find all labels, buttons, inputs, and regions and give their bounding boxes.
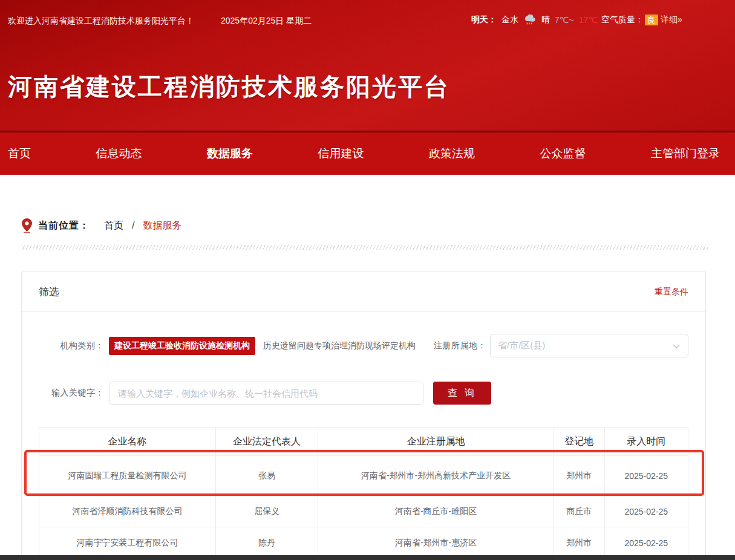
location-pin-icon [22, 218, 32, 233]
column-header: 企业注册属地 [318, 428, 554, 456]
nav-item[interactable]: 首页 [8, 146, 31, 161]
bottom-edge-bar [0, 555, 735, 560]
table-row: 河南省泽顺消防科技有限公司 屈保义 河南省-商丘市-睢阳区 商丘市 2025-0… [39, 496, 688, 527]
nav-item[interactable]: 数据服务 [207, 146, 253, 161]
cell-legal-representative: 张易 [215, 456, 318, 496]
breadcrumb-home[interactable]: 首页 [104, 220, 123, 232]
filter-card-header: 筛选 重置条件 [22, 272, 705, 312]
breadcrumb-separator: / [132, 220, 134, 231]
weather-widget: 明天： 金水 晴 7℃~ 17℃ 空气质量： 良 详细» [471, 15, 682, 25]
cell-registration-city: 商丘市 [554, 496, 604, 527]
column-header: 企业名称 [39, 428, 216, 456]
cell-registration-city: 郑州市 [554, 456, 604, 496]
nav-item[interactable]: 信息动态 [96, 146, 142, 161]
column-header: 登记地 [554, 428, 604, 456]
nav-item[interactable]: 政策法规 [429, 146, 475, 161]
cell-legal-representative: 屈保义 [215, 496, 318, 527]
nav-item[interactable]: 主管部门登录 [651, 146, 720, 161]
table-body: 河南固瑞工程质量检测有限公司 张易 河南省-郑州市-郑州高新技术产业开发区 郑州… [39, 456, 688, 559]
welcome-text: 欢迎进入河南省建设工程消防技术服务阳光平台！ [8, 16, 194, 27]
filter-title: 筛选 [39, 285, 59, 299]
main-nav: 首页 信息动态 数据服务 信用建设 政策法规 公众监督 主管部门登录 [0, 131, 735, 175]
cell-registration-city: 郑州市 [554, 527, 604, 559]
keyword-label: 输入关键字： [39, 388, 104, 399]
breadcrumb: 当前位置： 首页 / 数据服务 [22, 218, 714, 233]
cell-company-name: 河南固瑞工程质量检测有限公司 [39, 456, 216, 496]
slash-divider [21, 245, 708, 250]
region-select[interactable]: 省/市/区(县) [490, 334, 688, 357]
chevron-down-icon [672, 342, 681, 350]
category-option[interactable]: 建设工程竣工验收消防设施检测机构 [109, 337, 255, 355]
category-label: 机构类别： [39, 340, 104, 351]
category-option[interactable]: 历史遗留问题专项治理消防现场评定机构 [258, 337, 421, 355]
filter-card-body: 机构类别： 建设工程竣工验收消防设施检测机构 历史遗留问题专项治理消防现场评定机… [22, 312, 705, 560]
cell-company-name: 河南省泽顺消防科技有限公司 [39, 496, 216, 527]
cell-company-name: 河南宇宁安装工程有限公司 [39, 527, 216, 559]
air-quality-badge: 良 [645, 15, 658, 25]
keyword-filter-row: 输入关键字： 查 询 [39, 382, 688, 405]
reset-filters-link[interactable]: 重置条件 [655, 287, 688, 298]
cell-entry-date: 2025-02-25 [604, 496, 688, 527]
current-date: 2025年02月25日 星期二 [221, 16, 312, 27]
weather-detail-link[interactable]: 详细» [661, 15, 682, 25]
weather-condition: 晴 [541, 15, 550, 25]
weather-district: 金水 [501, 15, 518, 25]
cell-legal-representative: 陈丹 [215, 527, 318, 559]
cell-registered-region: 河南省-商丘市-睢阳区 [318, 496, 554, 527]
nav-item[interactable]: 公众监督 [540, 146, 586, 161]
table-row: 河南固瑞工程质量检测有限公司 张易 河南省-郑州市-郑州高新技术产业开发区 郑州… [39, 456, 688, 496]
region-select-placeholder: 省/市/区(县) [498, 340, 545, 351]
table-header-row: 企业名称企业法定代表人企业注册属地登记地录入时间 [39, 428, 688, 456]
category-options: 建设工程竣工验收消防设施检测机构 历史遗留问题专项治理消防现场评定机构 [109, 337, 421, 355]
table-row: 河南宇宁安装工程有限公司 陈丹 河南省-郑州市-惠济区 郑州市 2025-02-… [39, 527, 688, 559]
cell-registered-region: 河南省-郑州市-惠济区 [318, 527, 554, 559]
tomorrow-label: 明天： [471, 15, 497, 25]
temp-high: 17℃ [579, 15, 598, 25]
hero-header: 欢迎进入河南省建设工程消防技术服务阳光平台！ 2025年02月25日 星期二 明… [0, 0, 735, 131]
breadcrumb-label: 当前位置： [38, 220, 90, 232]
cloud-drizzle-icon [523, 15, 537, 25]
breadcrumb-current[interactable]: 数据服务 [143, 220, 181, 232]
category-filter-row: 机构类别： 建设工程竣工验收消防设施检测机构 历史遗留问题专项治理消防现场评定机… [39, 334, 688, 357]
column-header: 录入时间 [604, 428, 688, 456]
top-info-bar: 欢迎进入河南省建设工程消防技术服务阳光平台！ 2025年02月25日 星期二 明… [0, 15, 735, 29]
column-header: 企业法定代表人 [215, 428, 318, 456]
cell-entry-date: 2025-02-25 [604, 527, 688, 559]
results-table: 企业名称企业法定代表人企业注册属地登记地录入时间 河南固瑞工程质量检测有限公司 … [39, 427, 688, 559]
region-label: 注册所属地： [421, 340, 486, 351]
page-title: 河南省建设工程消防技术服务阳光平台 [8, 70, 450, 103]
filter-card: 筛选 重置条件 机构类别： 建设工程竣工验收消防设施检测机构 历史遗留问题专项治… [21, 272, 706, 560]
cell-registered-region: 河南省-郑州市-郑州高新技术产业开发区 [318, 456, 554, 496]
cell-entry-date: 2025-02-25 [604, 456, 688, 496]
temp-low: 7℃~ [555, 15, 574, 25]
nav-item[interactable]: 信用建设 [318, 146, 364, 161]
keyword-input[interactable] [109, 382, 423, 405]
air-quality-label: 空气质量： [601, 15, 644, 25]
search-button[interactable]: 查 询 [433, 382, 491, 405]
